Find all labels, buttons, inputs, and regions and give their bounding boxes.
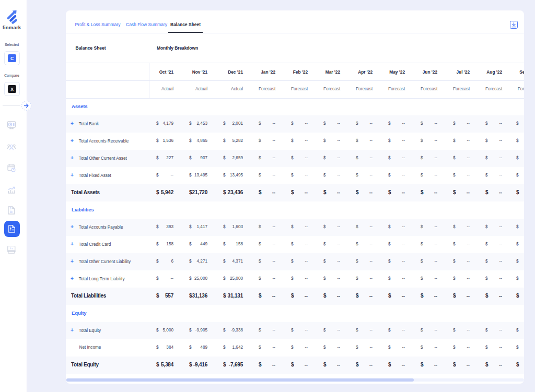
svg-text:$: $: [10, 207, 11, 210]
